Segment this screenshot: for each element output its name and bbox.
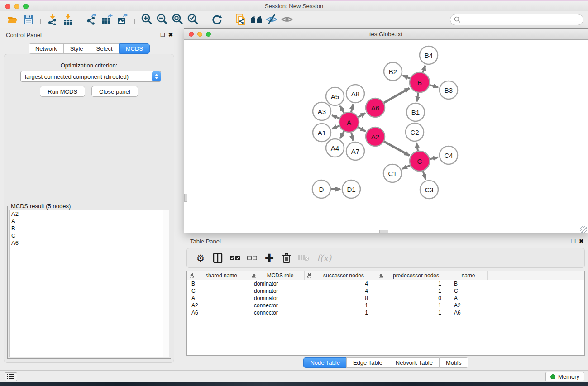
node-B2[interactable]: B2 [384, 62, 402, 81]
column-header-MCDS-role[interactable]: MCDS role [249, 271, 305, 280]
tab-network[interactable]: Network [29, 43, 63, 54]
delete-column-icon[interactable] [279, 250, 294, 266]
node-A5[interactable]: A5 [326, 87, 344, 105]
minimize-window-icon[interactable] [14, 4, 19, 9]
close-window-icon[interactable] [5, 4, 10, 9]
node-A6[interactable]: A6 [366, 98, 385, 117]
edge-A6-B[interactable] [384, 88, 409, 103]
task-history-icon[interactable] [5, 372, 17, 381]
node-C1[interactable]: C1 [383, 164, 402, 182]
node-A2[interactable]: A2 [366, 127, 385, 146]
close-window-icon[interactable] [189, 32, 194, 37]
search-field[interactable] [450, 14, 583, 25]
window-resize-grip[interactable] [580, 226, 587, 233]
network-graph[interactable]: B4B2BB3A5A8A6B1A3AA1C2A2A4A7CC4C1C3DD1 [184, 40, 588, 233]
save-session-icon[interactable] [21, 12, 36, 27]
open-session-icon[interactable] [5, 12, 21, 27]
node-B4[interactable]: B4 [420, 46, 438, 64]
edge-A-A7[interactable] [351, 132, 353, 140]
node-A3[interactable]: A3 [313, 102, 331, 120]
deselect-all-rows-icon[interactable] [245, 250, 259, 266]
node-A[interactable]: A [339, 112, 359, 132]
show-all-eye-icon[interactable] [279, 12, 295, 27]
table-row[interactable]: Bdominator41B [187, 280, 584, 287]
mcds-result-item[interactable]: B [10, 225, 169, 232]
column-header-successor-nodes[interactable]: successor nodes [305, 271, 376, 280]
column-header-shared-name[interactable]: shared name [187, 271, 249, 280]
tool-palette-grip[interactable] [379, 230, 388, 233]
export-network-icon[interactable] [84, 12, 100, 27]
node-table[interactable]: shared nameMCDS rolesuccessor nodesprede… [186, 271, 585, 356]
tool-palette-grip[interactable] [184, 194, 187, 202]
tab-style[interactable]: Style [63, 43, 90, 54]
hide-selected-eye-icon[interactable] [264, 12, 279, 27]
edge-C-C2[interactable] [416, 143, 418, 151]
edge-B-B3[interactable] [430, 85, 438, 87]
node-B[interactable]: B [410, 72, 430, 92]
delete-table-icon[interactable] [296, 250, 311, 266]
node-A1[interactable]: A1 [313, 124, 331, 142]
table-row[interactable]: A6connector11A6 [187, 309, 584, 316]
edge-B-B4[interactable] [423, 66, 425, 72]
show-column-panel-icon[interactable] [210, 250, 225, 266]
node-C2[interactable]: C2 [406, 123, 424, 141]
edge-C-C3[interactable] [423, 171, 425, 179]
mcds-result-item[interactable]: C [10, 232, 169, 239]
search-input[interactable] [461, 16, 583, 23]
home-view-icon[interactable] [249, 12, 264, 27]
table-row[interactable]: Adominator80A [187, 295, 584, 302]
zoom-window-icon[interactable] [206, 32, 211, 37]
edge-C-C1[interactable] [402, 165, 410, 169]
close-panel-button[interactable]: Close panel [91, 86, 138, 97]
scrollbar-track[interactable] [163, 210, 169, 357]
node-A4[interactable]: A4 [326, 139, 344, 157]
apply-layout-icon[interactable] [209, 12, 225, 27]
network-window-titlebar[interactable]: testGlobe.txt [184, 29, 588, 40]
network-canvas[interactable]: B4B2BB3A5A8A6B1A3AA1C2A2A4A7CC4C1C3DD1 [184, 40, 588, 233]
table-row[interactable]: A2connector11A2 [187, 302, 584, 309]
float-panel-icon[interactable]: ❒ [160, 32, 165, 38]
node-B1[interactable]: B1 [406, 103, 425, 121]
tab-network-table[interactable]: Network Table [389, 357, 439, 368]
select-all-rows-icon[interactable] [228, 250, 242, 266]
export-table-icon[interactable] [100, 12, 115, 27]
zoom-window-icon[interactable] [23, 4, 29, 9]
edge-A-A3[interactable] [332, 115, 339, 119]
edge-A-A1[interactable] [332, 126, 339, 129]
tab-mcds[interactable]: MCDS [119, 43, 150, 54]
mcds-result-item[interactable]: A2 [10, 210, 169, 218]
criterion-select[interactable]: largest connected component (directed) [20, 71, 161, 82]
tab-node-table[interactable]: Node Table [303, 357, 346, 368]
table-row[interactable]: Cdominator41C [187, 287, 584, 295]
edge-A-A6[interactable] [358, 113, 365, 117]
edge-B-B2[interactable] [403, 76, 410, 78]
node-D1[interactable]: D1 [342, 180, 360, 198]
node-D[interactable]: D [312, 180, 330, 198]
edge-C-C4[interactable] [430, 157, 438, 159]
function-builder-icon[interactable]: f(x) [314, 250, 335, 266]
zoom-out-icon[interactable] [154, 12, 170, 27]
add-column-icon[interactable]: ✚ [262, 250, 277, 266]
main-titlebar[interactable]: Session: New Session [0, 1, 588, 11]
table-settings-icon[interactable]: ⚙ [193, 250, 208, 266]
edge-A2-C[interactable] [384, 142, 409, 156]
zoom-in-icon[interactable] [139, 12, 154, 27]
clone-network-icon[interactable] [233, 12, 249, 27]
import-network-icon[interactable] [45, 12, 60, 27]
edge-A-A2[interactable] [358, 127, 365, 131]
zoom-selected-icon[interactable] [185, 12, 201, 27]
close-panel-icon[interactable]: ✖ [579, 238, 583, 244]
node-C[interactable]: C [410, 151, 430, 171]
minimize-window-icon[interactable] [197, 32, 202, 37]
tab-edge-table[interactable]: Edge Table [346, 357, 389, 368]
mcds-result-item[interactable]: A [10, 218, 169, 225]
zoom-fit-icon[interactable] [170, 12, 185, 27]
edge-A-A8[interactable] [351, 104, 353, 112]
import-table-icon[interactable] [60, 12, 76, 27]
column-header-predecessor-nodes[interactable]: predecessor nodes [376, 271, 449, 280]
node-C4[interactable]: C4 [440, 146, 458, 164]
node-C3[interactable]: C3 [420, 181, 438, 199]
export-image-icon[interactable] [115, 12, 130, 27]
memory-status-button[interactable]: Memory [545, 372, 584, 381]
tab-motifs[interactable]: Motifs [439, 357, 468, 368]
